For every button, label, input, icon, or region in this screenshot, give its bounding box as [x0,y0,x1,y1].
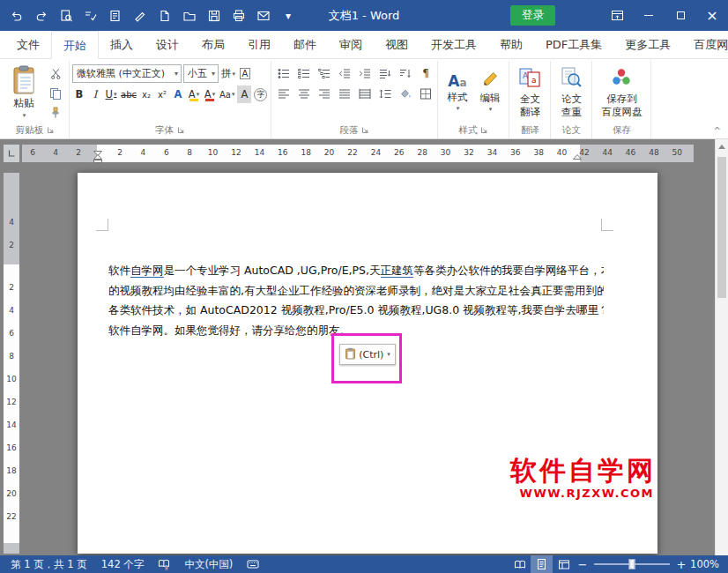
print-layout-button[interactable] [531,555,553,573]
tab-layout[interactable]: 布局 [190,31,236,58]
tab-developer[interactable]: 开发工具 [420,31,488,58]
font-dialog-launcher[interactable] [177,126,185,134]
multilevel-list-button[interactable] [315,64,333,82]
copy-button[interactable] [45,85,66,101]
tab-references[interactable]: 引用 [236,31,282,58]
tab-design[interactable]: 设计 [145,31,190,58]
tab-mailings[interactable]: 邮件 [282,31,328,58]
phonetic-guide-button[interactable]: 拼▾ [220,65,236,83]
spelling-icon[interactable] [81,6,100,26]
collapse-ribbon-button[interactable]: ^ [714,126,721,136]
edit-document-icon[interactable] [106,6,125,26]
tab-more-tools[interactable]: 更多工具 [613,31,682,58]
cut-button[interactable] [45,65,66,82]
text-effects-button[interactable]: A [171,86,185,103]
save-to-baidu-button[interactable]: 保存到 百度网盘 [595,62,648,122]
tab-selector-button[interactable] [4,145,19,162]
font-color-button[interactable]: A▾ [203,86,217,103]
proofing-errors-icon[interactable] [151,558,177,570]
change-case-button[interactable]: Aa▾ [219,86,235,103]
v-ruler[interactable]: 42246810121416182022 [4,173,19,554]
hanging-indent-marker[interactable] [93,153,102,166]
align-right-button[interactable] [315,85,333,102]
borders-button[interactable] [416,85,435,102]
zoom-out-button[interactable]: − [575,555,591,573]
styles-dialog-launcher[interactable] [480,126,488,134]
tab-help[interactable]: 帮助 [488,31,534,58]
paste-options-button[interactable]: (Ctrl) ▾ [339,344,396,365]
paragraph-dialog-launcher[interactable] [361,126,369,134]
paper-check-button[interactable]: 论文 查重 [553,62,589,122]
save-icon[interactable] [204,6,224,26]
enclose-characters-button[interactable]: 字 [253,86,268,103]
clipboard-dialog-launcher[interactable] [47,126,55,134]
numbering-button[interactable] [294,64,313,82]
read-mode-button[interactable] [509,555,531,573]
format-painter-button[interactable] [45,104,66,121]
align-center-button[interactable] [294,85,313,102]
ribbon-display-options-button[interactable] [601,0,633,31]
highlight-color-button[interactable]: A▾ [187,86,201,103]
undo-icon[interactable] [7,6,26,26]
document-page[interactable]: 软件自学网是一个专业学习 AutoCAD ,UG,Pro/E,PS,天正建筑等各… [78,173,657,554]
character-shading-button[interactable]: A [237,86,251,103]
watermark-url: WWW.RJZXW.COM [520,487,654,500]
close-button[interactable]: × [696,0,728,31]
tab-home[interactable]: 开始 [51,31,99,59]
styles-button[interactable]: Aa 样式 ▾ [441,62,473,122]
bullets-button[interactable] [274,64,293,82]
ink-pen-icon[interactable] [130,6,150,26]
line-spacing-button[interactable] [375,85,394,102]
web-layout-button[interactable] [553,555,575,573]
distribute-button[interactable] [355,85,374,102]
h-ruler[interactable]: 6422468101214161820222426283032343638404… [22,145,694,162]
scroll-up-button[interactable] [716,139,728,153]
bold-button[interactable]: B [72,86,86,103]
tab-view[interactable]: 视图 [374,31,420,58]
shading-button[interactable] [396,85,414,102]
tab-pdf-tools[interactable]: PDF工具集 [534,31,613,58]
word-count-status[interactable]: 142 个字 [94,558,152,571]
font-name-combo[interactable]: 微软雅黑 (中文正文)▾ [72,64,182,83]
font-size-combo[interactable]: 小五▾ [183,64,219,83]
justify-button[interactable] [335,85,353,102]
open-icon[interactable] [180,6,199,26]
asian-layout-button[interactable] [375,64,394,82]
login-button[interactable]: 登录 [510,5,555,26]
new-document-icon[interactable] [155,6,175,26]
decrease-indent-button[interactable] [335,64,353,82]
zoom-slider-knob[interactable] [629,559,635,569]
strikethrough-button[interactable]: abc [120,86,137,103]
email-icon[interactable] [254,6,273,26]
underline-button[interactable]: U▾ [104,86,118,103]
increase-indent-button[interactable] [355,64,374,82]
print-preview-icon[interactable] [56,6,76,26]
redo-icon[interactable] [32,6,51,26]
scrollbar-thumb[interactable] [717,157,726,298]
italic-button[interactable]: I [88,86,102,103]
customize-qat-icon[interactable]: ▾ [279,6,298,26]
maximize-button[interactable] [665,0,696,31]
show-paragraph-marks-button[interactable]: ¶ [416,64,435,82]
align-left-button[interactable] [274,85,293,102]
document-text[interactable]: 软件自学网是一个专业学习 AutoCAD ,UG,Pro/E,PS,天正建筑等各… [108,261,604,340]
full-text-translate-button[interactable]: Aa 全文 翻译 [512,62,547,122]
page-number-status[interactable]: 第 1 页，共 1 页 [4,558,94,571]
paste-button[interactable]: 粘贴 ▾ [4,62,43,122]
tab-baidu-pan[interactable]: 百度网盘 [682,31,728,58]
macro-record-icon[interactable] [240,559,266,569]
subscript-button[interactable]: x₂ [139,86,153,103]
sort-button[interactable] [396,64,414,82]
zoom-in-button[interactable]: + [673,555,689,573]
minimize-button[interactable] [633,0,665,31]
print-icon[interactable] [229,6,249,26]
zoom-percentage[interactable]: 100% [689,558,724,570]
superscript-button[interactable]: x² [155,86,169,103]
tab-file[interactable]: 文件 [5,31,51,58]
tab-insert[interactable]: 插入 [99,31,145,58]
tab-review[interactable]: 审阅 [328,31,374,58]
language-status[interactable]: 中文(中国) [177,558,240,571]
character-border-button[interactable]: A [238,65,252,83]
zoom-slider[interactable] [594,563,670,565]
vertical-scrollbar[interactable] [715,139,728,555]
